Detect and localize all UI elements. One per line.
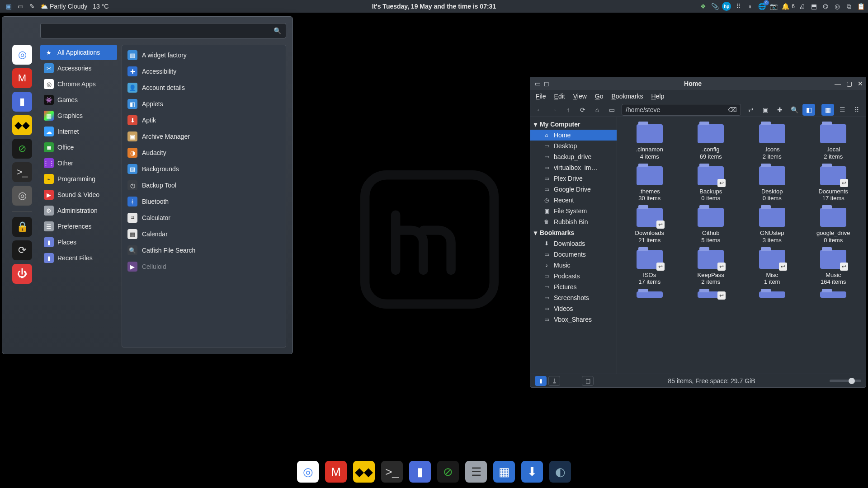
fav-terminal[interactable]: >_ (12, 162, 32, 182)
app-item[interactable]: ▨Backgrounds (122, 161, 286, 177)
maximize-button[interactable]: ▢ (846, 80, 852, 87)
bulb-icon[interactable]: ♀ (745, 2, 755, 11)
fav-steam[interactable]: ◎ (12, 186, 32, 206)
folder-item[interactable] (681, 290, 741, 302)
folder-item[interactable]: .icons2 items (742, 122, 802, 162)
dock-dark-app[interactable]: ◐ (549, 461, 571, 483)
sidebar-item[interactable]: ▭Screenshots (530, 292, 617, 303)
sidebar[interactable]: ▾My Computer ⌂Home▭Desktop▭backup_drive▭… (530, 117, 617, 374)
zz-icon[interactable]: ⧉ (844, 2, 854, 11)
dock-chrome[interactable]: ◎ (297, 461, 319, 483)
app-item[interactable]: ◷Backup Tool (122, 177, 286, 193)
minimize-button[interactable]: — (835, 80, 841, 87)
power-icon[interactable]: ◎ (833, 2, 842, 11)
path-bar[interactable]: /home/steve ⌫ (622, 104, 741, 116)
sidebar-item[interactable]: 🗑Rubbish Bin (530, 216, 617, 227)
folder-item[interactable]: .config69 items (681, 122, 741, 162)
app-item[interactable]: ◑Audacity (122, 145, 286, 161)
app-item[interactable]: ◧Applets (122, 96, 286, 112)
fav-keepass[interactable]: ⊘ (12, 139, 32, 159)
view-list-button[interactable]: ☰ (836, 104, 849, 116)
sidebar-item[interactable]: ▭virtualbox_im… (530, 162, 617, 173)
app-item[interactable]: ⌗Calculator (122, 210, 286, 226)
dock-updater[interactable]: ⬇ (521, 461, 543, 483)
app-item[interactable]: ▣Archive Manager (122, 128, 286, 145)
sidebar-item[interactable]: ▭Plex Drive (530, 173, 617, 184)
nav-up-button[interactable]: ↑ (562, 104, 575, 116)
category-item[interactable]: ★All Applications (40, 45, 117, 60)
menu-edit[interactable]: Edit (554, 93, 565, 100)
menu-search[interactable]: 🔍 (40, 23, 286, 38)
tree-header-bookmarks[interactable]: ▾Bookmarks (530, 227, 617, 238)
fav-chrome[interactable]: ◎ (12, 45, 32, 65)
new-folder-button[interactable]: ✚ (774, 104, 786, 116)
tree-pane-button[interactable]: ᛦ (548, 376, 560, 386)
folder-item[interactable]: google_drive0 items (804, 206, 863, 245)
dock-terminal[interactable]: >_ (381, 461, 403, 483)
menu-file[interactable]: File (536, 93, 546, 100)
sidebar-item[interactable]: ⬇Downloads (530, 238, 617, 249)
sidebar-item[interactable]: ▭Videos (530, 303, 617, 314)
dock-settings[interactable]: ☰ (465, 461, 487, 483)
category-item[interactable]: ▮Places (40, 235, 117, 250)
folder-item[interactable]: KeepPass2 items (681, 248, 741, 287)
clear-path-icon[interactable]: ⌫ (728, 106, 737, 113)
dock-files[interactable]: ▮ (409, 461, 431, 483)
category-item[interactable]: ▶Sound & Video (40, 187, 117, 202)
sidebar-item[interactable]: ▭Desktop (530, 141, 617, 151)
folder-view[interactable]: .cinnamon4 items.config69 items.icons2 i… (617, 117, 866, 374)
session-logout[interactable]: ⟳ (12, 240, 32, 260)
session-shutdown[interactable]: ⏻ (12, 264, 32, 284)
view-compact-button[interactable]: ⠿ (850, 104, 863, 116)
folder-item[interactable]: .cinnamon4 items (620, 122, 679, 162)
places-pane-button[interactable]: ▮ (535, 376, 547, 386)
category-item[interactable]: ⋮⋮Other (40, 155, 117, 171)
sidebar-item[interactable]: ⌂Home (530, 130, 617, 141)
dropbox-icon[interactable]: ⠿ (734, 2, 743, 11)
panel-editor-icon[interactable]: ✎ (26, 0, 38, 13)
menu-applications-list[interactable]: ▥A widget factory✚Accessibility👤Account … (122, 45, 286, 347)
app-item[interactable]: ᚼBluetooth (122, 193, 286, 210)
folder-item[interactable]: Desktop0 items (742, 164, 802, 204)
tree-header-mycomputer[interactable]: ▾My Computer (530, 119, 617, 130)
sidebar-item[interactable]: ▭Pictures (530, 282, 617, 292)
folder-item[interactable] (742, 290, 802, 302)
window-pin-icon[interactable]: ◻ (542, 79, 551, 88)
folder-item[interactable]: Music164 items (804, 248, 863, 287)
globe-icon[interactable]: 🌐9 (757, 2, 766, 11)
folder-item[interactable]: .themes30 items (620, 164, 679, 204)
close-button[interactable]: ✕ (858, 80, 863, 87)
sidebar-item[interactable]: ♪Music (530, 260, 617, 271)
paperclip-icon[interactable]: 📎 (710, 2, 719, 11)
nav-refresh-button[interactable]: ⟳ (576, 104, 589, 116)
dock-gmail[interactable]: M (325, 461, 347, 483)
sidebar-item[interactable]: ▭Podcasts (530, 271, 617, 282)
category-item[interactable]: ☁Internet (40, 124, 117, 139)
category-item[interactable]: 👾Games (40, 92, 117, 108)
category-item[interactable]: ☰Preferences (40, 219, 117, 234)
app-item[interactable]: ▦Calendar (122, 226, 286, 242)
category-item[interactable]: ▮Recent Files (40, 250, 117, 266)
folder-item[interactable]: .local2 items (804, 122, 863, 162)
notification-icon[interactable]: 🔔 (781, 2, 790, 11)
fav-gmail[interactable]: M (12, 68, 32, 88)
update-icon[interactable]: ⬒ (809, 2, 818, 11)
clipboard-icon[interactable]: 📋 (856, 2, 865, 11)
sidebar-item[interactable]: ▭backup_drive (530, 151, 617, 162)
category-item[interactable]: ⚙Administration (40, 203, 117, 218)
app-item[interactable]: 👤Account details (122, 80, 286, 96)
nav-home-button[interactable]: ⌂ (591, 104, 604, 116)
menu-bookmarks[interactable]: Bookmarks (612, 93, 643, 100)
menu-help[interactable]: Help (651, 93, 665, 100)
toggle-path-button[interactable]: ⇄ (745, 104, 757, 116)
camera-icon[interactable]: 📷 (769, 2, 778, 11)
sidebar-item[interactable]: ▭Documents (530, 249, 617, 260)
panel-files-icon[interactable]: ▭ (14, 0, 26, 13)
search-button[interactable]: 🔍 (788, 104, 801, 116)
extra-pane-button[interactable]: ◫ (582, 376, 594, 386)
sidebar-item[interactable]: ▭Vbox_Shares (530, 314, 617, 325)
category-item[interactable]: ⌁Programming (40, 171, 117, 187)
network-icon[interactable]: ⌬ (821, 2, 830, 11)
zoom-slider[interactable] (830, 380, 861, 382)
app-item[interactable]: ▶Celluloid (122, 258, 286, 275)
